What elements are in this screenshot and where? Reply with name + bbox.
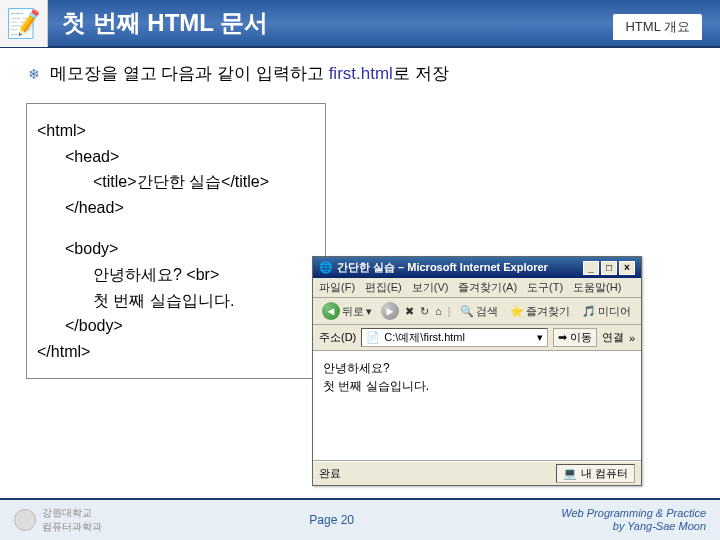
- computer-icon: 💻: [563, 467, 577, 480]
- search-label: 검색: [476, 304, 498, 319]
- media-label: 미디어: [598, 304, 631, 319]
- status-right: 내 컴퓨터: [581, 466, 628, 481]
- forward-button[interactable]: ►: [381, 302, 399, 320]
- menu-edit[interactable]: 편집(E): [365, 280, 402, 295]
- address-value: C:\예제\first.html: [384, 330, 465, 345]
- home-icon[interactable]: ⌂: [435, 305, 442, 317]
- status-right-zone: 💻 내 컴퓨터: [556, 464, 635, 483]
- code-line: <head>: [37, 144, 315, 170]
- address-input[interactable]: 📄 C:\예제\first.html ▾: [361, 328, 548, 347]
- credit-line2: by Yang-Sae Moon: [561, 520, 706, 533]
- code-line: 안녕하세요? <br>: [37, 262, 315, 288]
- bullet-line: ❄ 메모장을 열고 다음과 같이 입력하고 first.html로 저장: [26, 62, 694, 85]
- code-box: <html> <head> <title>간단한 실습</title> </he…: [26, 103, 326, 379]
- bullet-post: 로 저장: [393, 64, 449, 83]
- ie-titlebar[interactable]: 🌐 간단한 실습 – Microsoft Internet Explorer _…: [313, 257, 641, 278]
- ie-toolbar: ◄ 뒤로 ▾ ► ✖ ↻ ⌂ | 🔍검색 ⭐즐겨찾기 🎵미디어: [313, 298, 641, 325]
- slide-title: 첫 번째 HTML 문서: [62, 7, 268, 39]
- ie-statusbar: 완료 💻 내 컴퓨터: [313, 461, 641, 485]
- refresh-icon[interactable]: ↻: [420, 305, 429, 318]
- back-button[interactable]: ◄ 뒤로 ▾: [319, 301, 375, 321]
- bullet-text: 메모장을 열고 다음과 같이 입력하고 first.html로 저장: [50, 62, 449, 85]
- slide-footer: 강원대학교 컴퓨터과학과 Page 20 Web Programming & P…: [0, 498, 720, 540]
- header-icon: 📝: [0, 0, 48, 47]
- menu-fav[interactable]: 즐겨찾기(A): [458, 280, 517, 295]
- search-button[interactable]: 🔍검색: [457, 303, 501, 320]
- fav-label: 즐겨찾기: [526, 304, 570, 319]
- code-line: <html>: [37, 118, 315, 144]
- page-icon: 📄: [366, 331, 380, 344]
- back-icon: ◄: [322, 302, 340, 320]
- code-line: 첫 번째 실습입니다.: [37, 288, 315, 314]
- ie-window: 🌐 간단한 실습 – Microsoft Internet Explorer _…: [312, 256, 642, 486]
- address-label: 주소(D): [319, 330, 356, 345]
- media-button[interactable]: 🎵미디어: [579, 303, 634, 320]
- page-line2: 첫 번째 실습입니다.: [323, 377, 631, 395]
- filename: first.html: [329, 64, 393, 83]
- bullet-icon: ❄: [26, 66, 42, 82]
- menu-view[interactable]: 보기(V): [412, 280, 449, 295]
- close-button[interactable]: ×: [619, 261, 635, 275]
- maximize-button[interactable]: □: [601, 261, 617, 275]
- minimize-button[interactable]: _: [583, 261, 599, 275]
- dropdown-icon[interactable]: ▾: [537, 331, 543, 344]
- code-line: <title>간단한 실습</title>: [37, 169, 315, 195]
- menu-tools[interactable]: 도구(T): [527, 280, 563, 295]
- slide-header: 📝 첫 번째 HTML 문서 HTML 개요: [0, 0, 720, 48]
- code-line: </html>: [37, 339, 315, 365]
- page-number: Page 20: [309, 513, 354, 527]
- bullet-pre: 메모장을 열고 다음과 같이 입력하고: [50, 64, 329, 83]
- footer-logo: 강원대학교 컴퓨터과학과: [14, 506, 102, 534]
- go-label: 이동: [570, 330, 592, 345]
- footer-credit: Web Programming & Practice by Yang-Sae M…: [561, 507, 706, 533]
- page-line1: 안녕하세요?: [323, 359, 631, 377]
- credit-line1: Web Programming & Practice: [561, 507, 706, 520]
- stop-icon[interactable]: ✖: [405, 305, 414, 318]
- code-line: <body>: [37, 236, 315, 262]
- back-label: 뒤로: [342, 304, 364, 319]
- favorites-button[interactable]: ⭐즐겨찾기: [507, 303, 573, 320]
- code-line: </body>: [37, 313, 315, 339]
- ie-menubar: 파일(F) 편집(E) 보기(V) 즐겨찾기(A) 도구(T) 도움말(H): [313, 278, 641, 298]
- links-expand-icon[interactable]: »: [629, 332, 635, 344]
- status-left: 완료: [319, 466, 341, 481]
- links-label[interactable]: 연결: [602, 330, 624, 345]
- university-logo-icon: [14, 509, 36, 531]
- ie-viewport: 안녕하세요? 첫 번째 실습입니다.: [313, 351, 641, 461]
- menu-file[interactable]: 파일(F): [319, 280, 355, 295]
- ie-title-text: 간단한 실습 – Microsoft Internet Explorer: [337, 260, 548, 275]
- go-button[interactable]: ➡이동: [553, 328, 597, 347]
- ie-addressbar: 주소(D) 📄 C:\예제\first.html ▾ ➡이동 연결»: [313, 325, 641, 351]
- footer-logo-text: 강원대학교 컴퓨터과학과: [42, 506, 102, 534]
- code-line: </head>: [37, 195, 315, 221]
- menu-help[interactable]: 도움말(H): [573, 280, 621, 295]
- ie-app-icon: 🌐: [319, 261, 333, 274]
- slide-subtitle: HTML 개요: [613, 14, 702, 40]
